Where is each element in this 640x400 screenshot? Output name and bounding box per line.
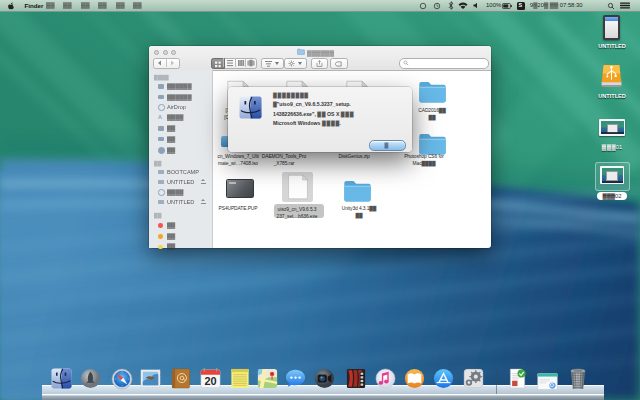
svg-text:20: 20: [204, 375, 216, 387]
